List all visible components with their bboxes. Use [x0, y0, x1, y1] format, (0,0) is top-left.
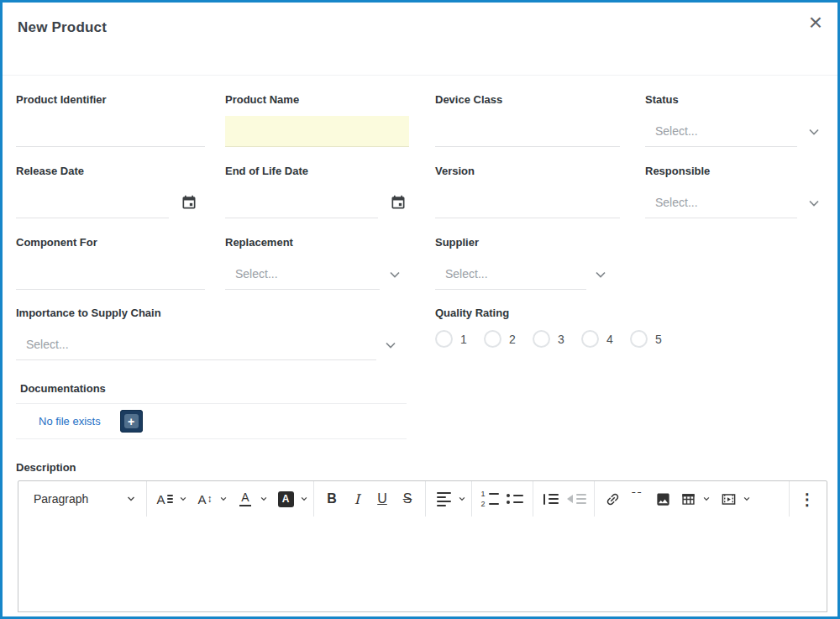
- component-for-label: Component For: [16, 236, 205, 249]
- documentations-box: No file exists +: [16, 403, 407, 439]
- field-version: Version: [435, 165, 620, 218]
- release-date-input[interactable]: [16, 187, 169, 218]
- toolbar-separator: [471, 481, 472, 517]
- paragraph-format-dropdown[interactable]: Paragraph: [25, 485, 141, 512]
- radio-label: 1: [460, 333, 467, 346]
- font-background-icon: A: [278, 491, 294, 507]
- insert-image-button[interactable]: [650, 485, 675, 512]
- chevron-down-icon[interactable]: [458, 495, 466, 503]
- paragraph-format-value: Paragraph: [34, 492, 88, 506]
- radio-button[interactable]: [435, 330, 453, 348]
- strikethrough-icon: S: [403, 491, 412, 506]
- component-for-input[interactable]: [16, 259, 205, 290]
- field-component-for: Component For: [16, 236, 205, 290]
- chevron-down-icon[interactable]: [702, 495, 711, 503]
- blockquote-button[interactable]: “: [625, 485, 650, 512]
- toolbar-separator: [146, 481, 147, 517]
- no-file-exists-link[interactable]: No file exists: [39, 415, 101, 428]
- font-color-button[interactable]: A: [233, 485, 258, 512]
- italic-icon: I: [354, 491, 360, 507]
- blockquote-icon: “: [630, 492, 644, 506]
- font-background-button[interactable]: A: [273, 485, 298, 512]
- strikethrough-button[interactable]: S: [395, 485, 420, 512]
- version-input[interactable]: [435, 187, 620, 218]
- radio-button[interactable]: [533, 330, 550, 348]
- field-product-identifier: Product Identifier: [16, 93, 205, 147]
- close-icon[interactable]: ×: [806, 8, 826, 38]
- status-select[interactable]: Select...: [645, 116, 821, 147]
- text-alignment-button[interactable]: [431, 485, 456, 512]
- product-identifier-label: Product Identifier: [16, 93, 205, 107]
- supplier-label: Supplier: [435, 236, 607, 249]
- field-product-name: Product Name: [225, 93, 409, 147]
- outdent-button[interactable]: [564, 485, 589, 512]
- outdent-icon: [567, 494, 586, 504]
- insert-table-button[interactable]: [675, 485, 701, 512]
- release-date-label: Release Date: [16, 165, 205, 178]
- quality-rating-radios: 1 2 3 4 5: [435, 330, 679, 348]
- numbered-list-icon: 1 2: [480, 490, 499, 507]
- responsible-select[interactable]: Select...: [645, 187, 821, 218]
- chevron-down-icon: [807, 197, 821, 210]
- calendar-icon[interactable]: [181, 194, 197, 211]
- field-release-date: Release Date: [16, 165, 205, 218]
- description-label: Description: [16, 461, 76, 475]
- toolbar-separator: [533, 481, 533, 517]
- end-of-life-date-input[interactable]: [225, 187, 378, 218]
- chevron-down-icon[interactable]: [179, 495, 187, 503]
- chevron-down-icon[interactable]: [219, 495, 228, 503]
- radio-label: 2: [509, 333, 516, 346]
- supplier-select[interactable]: Select...: [435, 259, 607, 290]
- font-family-icon: A: [156, 492, 165, 506]
- product-name-input[interactable]: [225, 116, 409, 147]
- device-class-input[interactable]: [435, 116, 620, 147]
- chevron-down-icon[interactable]: [300, 495, 308, 503]
- field-quality-rating: Quality Rating 1 2 3 4 5: [435, 307, 712, 354]
- replacement-select[interactable]: Select...: [225, 259, 402, 290]
- bold-button[interactable]: B: [319, 485, 344, 512]
- documentations-label: Documentations: [20, 382, 106, 396]
- radio-label: 5: [655, 333, 662, 346]
- importance-select[interactable]: Select...: [16, 329, 397, 360]
- bulleted-list-button[interactable]: [502, 485, 528, 512]
- underline-icon: U: [377, 491, 387, 506]
- indent-button[interactable]: [538, 485, 564, 512]
- indent-icon: [543, 494, 559, 505]
- product-identifier-input[interactable]: [16, 116, 205, 147]
- version-label: Version: [435, 165, 620, 178]
- toolbar-overflow-button[interactable]: ⋮: [795, 485, 820, 512]
- modal-title: New Product: [18, 19, 107, 36]
- radio-button[interactable]: [484, 330, 501, 348]
- field-replacement: Replacement Select...: [225, 236, 402, 290]
- radio-button[interactable]: [630, 330, 648, 348]
- radio-label: 4: [606, 333, 613, 346]
- calendar-icon[interactable]: [390, 194, 407, 211]
- header-divider: [3, 75, 837, 76]
- chevron-down-icon: [388, 268, 402, 281]
- responsible-label: Responsible: [645, 165, 821, 178]
- description-editor-area[interactable]: [18, 517, 827, 612]
- chevron-down-icon: [384, 338, 397, 352]
- importance-placeholder: Select...: [26, 338, 69, 351]
- add-file-button[interactable]: +: [120, 410, 143, 433]
- chevron-down-icon: [126, 494, 136, 504]
- quality-rating-option: 5: [630, 330, 679, 348]
- insert-media-button[interactable]: [716, 485, 741, 512]
- quality-rating-label: Quality Rating: [435, 307, 712, 320]
- chevron-down-icon[interactable]: [743, 495, 751, 503]
- numbered-list-button[interactable]: 1 2: [477, 485, 502, 512]
- underline-button[interactable]: U: [370, 485, 395, 512]
- italic-button[interactable]: I: [344, 485, 370, 512]
- overflow-menu-icon: ⋮: [800, 491, 816, 507]
- status-label: Status: [645, 93, 821, 107]
- radio-button[interactable]: [581, 330, 599, 348]
- font-family-button[interactable]: A: [152, 485, 177, 512]
- font-family-lines-icon: [167, 495, 173, 503]
- link-button[interactable]: [600, 485, 625, 512]
- chevron-down-icon[interactable]: [260, 495, 268, 503]
- font-size-button[interactable]: A ↕: [192, 485, 218, 512]
- radio-label: 3: [558, 333, 564, 346]
- link-icon: [605, 491, 621, 507]
- media-icon: [721, 491, 737, 507]
- replacement-label: Replacement: [225, 236, 402, 249]
